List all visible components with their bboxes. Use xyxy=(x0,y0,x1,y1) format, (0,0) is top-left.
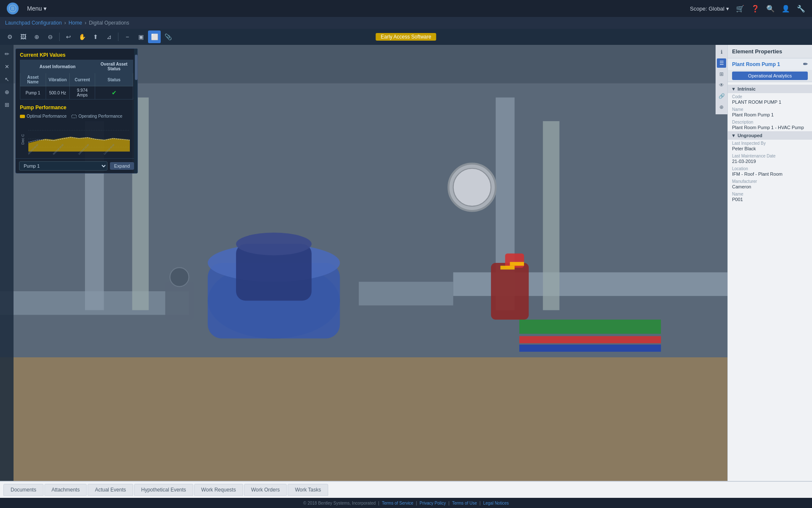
attach-toolbar-btn[interactable]: 📎 xyxy=(162,30,174,43)
top-nav-bar: B Menu ▾ Scope: Global ▾ 🛒 ❓ 🔍 👤 🔧 xyxy=(0,0,812,17)
right-icon-tabs: ℹ ☰ ⊞ 👁 🔗 ⊕ xyxy=(716,45,727,114)
pan-toolbar-btn[interactable]: ✋ xyxy=(76,30,88,43)
intrinsic-section-header[interactable]: ▼ Intrinsic xyxy=(728,85,812,93)
breadcrumb-current: Digital Operations xyxy=(89,20,129,26)
col-asset-name: Asset Name xyxy=(20,73,46,86)
minus-toolbar-btn[interactable]: − xyxy=(121,30,134,43)
footer-legal[interactable]: Legal Notices xyxy=(483,501,509,505)
location-field: Location IFM - Roof - Plant Room xyxy=(728,165,812,178)
svg-rect-3 xyxy=(0,357,812,481)
scroll-thumb[interactable] xyxy=(135,55,137,80)
svg-rect-22 xyxy=(519,336,661,343)
right-panel: Element Properties Plant Room Pump 1 ✏ O… xyxy=(727,45,812,481)
footer-terms-use[interactable]: Terms of Use xyxy=(452,501,477,505)
image-toolbar-btn[interactable]: 🖼 xyxy=(17,30,30,43)
clear-tool-btn[interactable]: ✕ xyxy=(1,61,12,72)
cart-icon[interactable]: 🛒 xyxy=(736,5,744,13)
breadcrumb-launchpad[interactable]: Launchpad Configuration xyxy=(5,20,62,26)
ops-analytics-tab: Operational Analytics xyxy=(728,70,812,82)
asset-name-label: Plant Room Pump 1 xyxy=(732,61,780,67)
scope-selector[interactable]: Scope: Global ▾ xyxy=(690,6,729,12)
tab-work-requests[interactable]: Work Requests xyxy=(194,484,243,496)
layer-tool-btn[interactable]: ⊞ xyxy=(1,99,12,110)
tab-work-tasks[interactable]: Work Tasks xyxy=(288,484,328,496)
asset-info-header: Asset Information xyxy=(20,60,95,73)
overall-status-header: Overall Asset Status xyxy=(95,60,133,73)
pump-name-cell: Pump 1 xyxy=(20,86,46,99)
legend-optimal: Optimal Performance xyxy=(20,114,66,119)
properties-content: ▼ Intrinsic Code PLANT ROOM PUMP 1 Name … xyxy=(728,82,812,481)
p001-name-field: Name P001 xyxy=(728,190,812,203)
svg-text:B: B xyxy=(11,6,14,11)
tab-attachments[interactable]: Attachments xyxy=(44,484,87,496)
tab-hypothetical-events[interactable]: Hypothetical Events xyxy=(134,484,193,496)
svg-rect-16 xyxy=(543,121,560,310)
3d-viewport[interactable]: ✏ ✕ ↖ ⊕ ⊞ Current KPI Values Asset Infor… xyxy=(0,45,812,481)
scroll-track xyxy=(134,49,137,173)
ungrouped-section-header[interactable]: ▼ Ungrouped xyxy=(728,131,812,140)
ops-analytics-button[interactable]: Operational Analytics xyxy=(732,72,808,80)
page-footer: © 2018 Bentley Systems, Incorporated | T… xyxy=(0,498,812,508)
status-cell: ✔ xyxy=(95,86,133,99)
legend-operating-dot xyxy=(71,115,77,118)
footer-terms-service[interactable]: Terms of Service xyxy=(382,501,413,505)
zoom-tool-btn[interactable]: ⊕ xyxy=(1,86,12,97)
properties-tab-btn[interactable]: ℹ xyxy=(717,47,726,57)
draw-tool-btn[interactable]: ✏ xyxy=(1,48,12,59)
ruler-toolbar-btn[interactable]: ⊿ xyxy=(103,30,115,43)
settings-toolbar-btn[interactable]: ⚙ xyxy=(3,30,16,43)
asset-name-row: Plant Room Pump 1 ✏ xyxy=(728,58,812,70)
tab-actual-events[interactable]: Actual Events xyxy=(88,484,133,496)
toolbar: ⚙ 🖼 ⊕ ⊖ ↩ ✋ ⬆ ⊿ − ▣ ⬜ 📎 Early Access Sof… xyxy=(0,29,812,45)
svg-point-25 xyxy=(170,268,189,287)
breadcrumb-home[interactable]: Home xyxy=(69,20,82,26)
last-inspected-by-field: Last Inspected By Peter Black xyxy=(728,140,812,152)
layers-tab-btn[interactable]: ⊕ xyxy=(717,102,726,112)
expand-button[interactable]: Expand xyxy=(110,162,134,170)
search-icon[interactable]: 🔍 xyxy=(766,5,775,13)
svg-point-9 xyxy=(236,233,312,256)
manufacturer-field: Manufacturer Cameron xyxy=(728,178,812,190)
pump-selector[interactable]: Pump 1 Pump 2 xyxy=(19,161,107,171)
list-tab-btn[interactable]: ☰ xyxy=(717,58,726,68)
menu-button[interactable]: Menu ▾ xyxy=(27,5,47,12)
zoom-out-toolbar-btn[interactable]: ⊖ xyxy=(44,30,57,43)
description-field: Description Plant Room Pump 1 - HVAC Pum… xyxy=(728,119,812,131)
tab-documents[interactable]: Documents xyxy=(3,484,44,496)
footer-privacy[interactable]: Privacy Policy xyxy=(420,501,446,505)
user-icon[interactable]: 👤 xyxy=(782,5,790,13)
svg-rect-23 xyxy=(519,345,661,352)
grid-tab-btn[interactable]: ⊞ xyxy=(717,69,726,79)
help-icon[interactable]: ❓ xyxy=(751,5,760,13)
app-logo: B xyxy=(7,3,19,14)
chart-svg: 09/02/19 06:00 09/02/19 18:00 10/02/19 1… xyxy=(28,122,130,156)
kpi-panel: Current KPI Values Asset Information Ove… xyxy=(15,48,138,174)
tools-icon[interactable]: 🔧 xyxy=(797,5,805,13)
zoom-in-toolbar-btn[interactable]: ⊕ xyxy=(30,30,43,43)
ungrouped-section-body: Last Inspected By Peter Black Last Maint… xyxy=(728,140,812,203)
legend-operating: Operating Performance xyxy=(71,114,122,119)
col-vibration: Vibration xyxy=(46,73,69,86)
vibration-cell: 500.0 Hz xyxy=(46,86,69,99)
edit-asset-icon[interactable]: ✏ xyxy=(803,61,808,67)
last-maintenance-date-field: Last Maintenance Date 21-03-2019 xyxy=(728,152,812,165)
svg-rect-17 xyxy=(491,263,529,320)
select-toolbar-btn[interactable]: ⬜ xyxy=(148,30,161,43)
top-nav-right: Scope: Global ▾ 🛒 ❓ 🔍 👤 🔧 xyxy=(690,5,805,13)
nav-tool-btn[interactable]: ↖ xyxy=(1,74,12,85)
svg-rect-26 xyxy=(510,262,524,266)
pointer-toolbar-btn[interactable]: ⬆ xyxy=(89,30,102,43)
link-tab-btn[interactable]: 🔗 xyxy=(717,91,726,101)
svg-rect-27 xyxy=(500,266,514,270)
section-toolbar-btn[interactable]: ▣ xyxy=(134,30,147,43)
current-cell: 9.974 Amps xyxy=(69,86,95,99)
left-tools-panel: ✏ ✕ ↖ ⊕ ⊞ xyxy=(0,45,14,481)
tab-work-orders[interactable]: Work Orders xyxy=(244,484,287,496)
visibility-tab-btn[interactable]: 👁 xyxy=(717,80,726,90)
table-row: Pump 1 500.0 Hz 9.974 Amps ✔ xyxy=(20,86,133,99)
element-properties-header: Element Properties xyxy=(728,45,812,58)
chart-legend: Optimal Performance Operating Performanc… xyxy=(16,112,137,120)
undo-toolbar-btn[interactable]: ↩ xyxy=(62,30,75,43)
intrinsic-section-body: Code PLANT ROOM PUMP 1 Name Plant Room P… xyxy=(728,93,812,131)
toolbar-sep1 xyxy=(59,33,60,41)
